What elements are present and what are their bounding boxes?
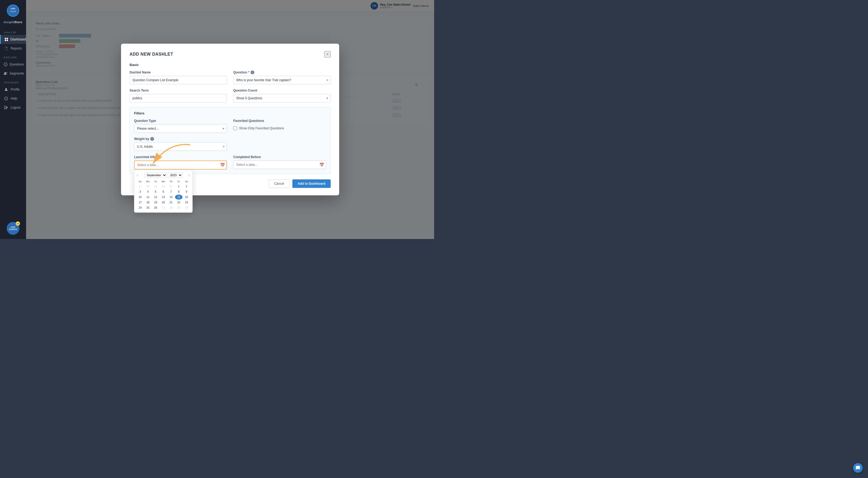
- cal-day[interactable]: 27: [160, 205, 167, 210]
- cal-day[interactable]: 22: [175, 200, 183, 205]
- cal-day[interactable]: 6: [160, 189, 167, 194]
- question-count-select[interactable]: Show 5 Questions Show 10 Questions Show …: [233, 94, 331, 102]
- cal-day[interactable]: 13: [160, 195, 167, 200]
- day-header-fr: Fr: [175, 179, 183, 184]
- sidebar-item-profile[interactable]: Profile: [0, 85, 26, 94]
- launched-after-calendar-icon[interactable]: 📅: [220, 163, 225, 167]
- filters-section: Filters Question Type Please select... A…: [129, 107, 331, 174]
- cancel-button[interactable]: Cancel: [269, 179, 290, 188]
- cal-day[interactable]: 28: [144, 184, 152, 189]
- cal-day[interactable]: 10: [136, 195, 144, 200]
- badge-count: 20: [16, 221, 20, 226]
- calendar-grid: Su Mo Tu We Th Fr Sa 27 28 29: [136, 179, 190, 210]
- svg-text:?: ?: [6, 98, 7, 100]
- favorited-group: Favorited Questions Show Only Favorited …: [233, 119, 326, 133]
- question-type-select-wrapper: Please select... All Value Profile Behav…: [134, 124, 227, 133]
- dashlet-name-input[interactable]: [129, 76, 227, 84]
- calendar-prev-button[interactable]: ‹: [137, 173, 138, 177]
- modal-close-button[interactable]: ×: [324, 51, 331, 58]
- calendar-year-select[interactable]: 20202021202220232024: [168, 173, 183, 178]
- sidebar: CIVIC SCIENCE InsightStore ANALYZE Dashb…: [0, 0, 26, 239]
- sidebar-item-dashboard[interactable]: Dashboard: [0, 35, 26, 44]
- sidebar-item-help[interactable]: ? Help: [0, 94, 26, 103]
- question-type-group: Question Type Please select... All Value…: [134, 119, 227, 133]
- launched-after-input[interactable]: [134, 160, 227, 170]
- app-logo: CIVIC SCIENCE: [5, 3, 21, 19]
- cal-day[interactable]: 11: [144, 195, 152, 200]
- day-header-su: Su: [136, 179, 144, 184]
- cal-day[interactable]: 2: [183, 184, 190, 189]
- cal-day[interactable]: 24: [136, 205, 144, 210]
- sidebar-item-questions[interactable]: ? Questions: [0, 60, 26, 69]
- cal-day[interactable]: 5: [152, 189, 159, 194]
- calendar-next-button[interactable]: ›: [189, 173, 190, 177]
- civic-science-badge[interactable]: CIVICSCIENCE 20: [7, 222, 20, 235]
- sidebar-item-dashboard-label: Dashboard: [10, 37, 26, 41]
- cal-day[interactable]: 29: [152, 184, 159, 189]
- cal-day[interactable]: 25: [144, 205, 152, 210]
- question-count-select-wrapper: Show 5 Questions Show 10 Questions Show …: [233, 94, 331, 102]
- cal-day[interactable]: 26: [152, 205, 159, 210]
- weight-label: Weight by i: [134, 137, 227, 141]
- search-term-count-row: Search Term Question Count Show 5 Questi…: [129, 89, 331, 102]
- show-favorited-row: Show Only Favorited Questions: [233, 126, 326, 130]
- cal-day[interactable]: 19: [152, 200, 159, 205]
- search-term-input[interactable]: [129, 94, 227, 102]
- cal-day[interactable]: 29: [175, 205, 183, 210]
- question-label: Question * i: [233, 70, 331, 74]
- svg-text:CIVIC: CIVIC: [11, 8, 16, 9]
- question-type-select[interactable]: Please select... All Value Profile Behav…: [134, 124, 227, 133]
- show-favorited-checkbox[interactable]: [233, 126, 237, 130]
- cal-day-today[interactable]: 15: [175, 195, 183, 200]
- cal-day[interactable]: 18: [144, 200, 152, 205]
- cal-day[interactable]: 21: [167, 200, 175, 205]
- user-icon: [4, 87, 8, 92]
- help-circle-icon: ?: [4, 62, 7, 67]
- cal-day[interactable]: 9: [183, 189, 190, 194]
- cal-day[interactable]: 4: [144, 189, 152, 194]
- required-star: *: [248, 70, 250, 74]
- cal-day[interactable]: 23: [183, 200, 190, 205]
- sidebar-item-help-label: Help: [11, 97, 17, 100]
- cal-day[interactable]: 7: [167, 189, 175, 194]
- sidebar-item-segments[interactable]: Segments: [0, 69, 26, 78]
- question-info-icon[interactable]: i: [251, 70, 254, 74]
- cal-day[interactable]: 12: [152, 195, 159, 200]
- sidebar-item-reports[interactable]: Reports: [0, 44, 26, 53]
- weight-input[interactable]: [134, 142, 227, 151]
- sidebar-item-logout[interactable]: Logout: [0, 103, 26, 112]
- weight-info-icon[interactable]: i: [150, 137, 154, 141]
- cal-day[interactable]: 3: [136, 189, 144, 194]
- question-input[interactable]: [233, 76, 331, 84]
- svg-text:?: ?: [5, 64, 6, 66]
- svg-text:SCIENCE: SCIENCE: [10, 11, 16, 12]
- completed-before-calendar-icon[interactable]: 📅: [319, 162, 324, 167]
- cal-day[interactable]: 1: [175, 184, 183, 189]
- cal-day[interactable]: 20: [160, 200, 167, 205]
- day-header-we: We: [160, 179, 167, 184]
- cal-day[interactable]: 27: [136, 184, 144, 189]
- cal-day[interactable]: 16: [183, 195, 190, 200]
- question-clear-button[interactable]: ×: [327, 78, 329, 82]
- cal-day[interactable]: 31: [167, 184, 175, 189]
- analyze-section-label: ANALYZE: [0, 31, 16, 34]
- grid-icon: [4, 37, 8, 42]
- svg-rect-3: [5, 38, 6, 39]
- calendar-month-select[interactable]: JanuaryFebruaryMarchAprilMayJuneJulyAugu…: [145, 173, 167, 178]
- svg-rect-6: [7, 40, 8, 41]
- users-icon: [4, 71, 7, 76]
- cal-day[interactable]: 14: [167, 195, 175, 200]
- cal-day[interactable]: 8: [175, 189, 183, 194]
- svg-point-11: [5, 88, 7, 89]
- completed-before-input[interactable]: [233, 160, 326, 169]
- question-input-wrapper: ×: [233, 76, 331, 84]
- calendar-header: ‹ JanuaryFebruaryMarchAprilMayJuneJulyAu…: [136, 173, 190, 178]
- question-count-group: Question Count Show 5 Questions Show 10 …: [233, 89, 331, 102]
- cal-day[interactable]: 30: [183, 205, 190, 210]
- cal-day[interactable]: 28: [167, 205, 175, 210]
- weight-clear-button[interactable]: ×: [223, 145, 225, 149]
- add-to-dashboard-button[interactable]: Add to Dashboard: [292, 179, 331, 188]
- dashlet-name-label: Dashlet Name: [129, 70, 227, 74]
- cal-day[interactable]: 17: [136, 200, 144, 205]
- cal-day[interactable]: 30: [160, 184, 167, 189]
